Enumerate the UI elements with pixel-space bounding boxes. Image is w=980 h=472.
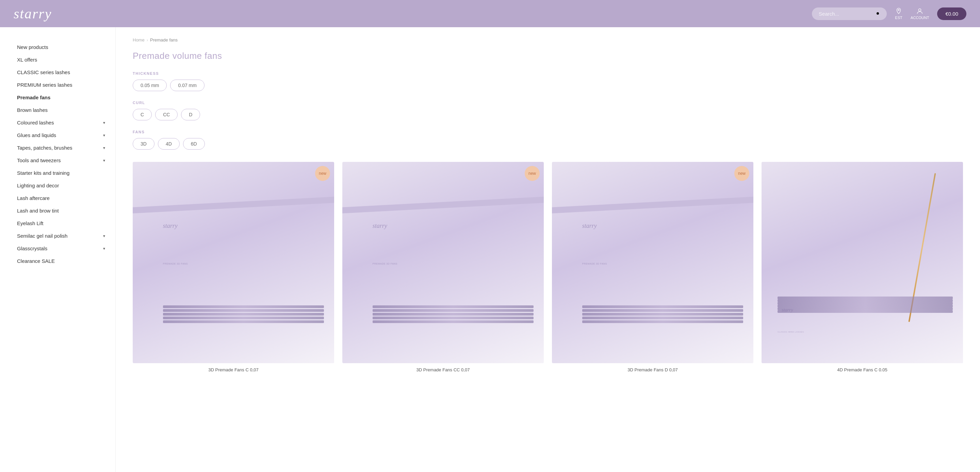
main-content: Home › Premade fans Premade volume fans … [116, 27, 980, 472]
chevron-down-icon: ▾ [103, 133, 105, 138]
account-icon-group[interactable]: ACCOUNT [911, 8, 929, 20]
sidebar-item-label: Glues and liquids [17, 132, 56, 138]
filter-option-3d[interactable]: 3D [133, 138, 154, 149]
svg-point-3 [919, 9, 921, 11]
sidebar-item-classic-series[interactable]: CLASSIC series lashes [17, 66, 105, 79]
new-badge: new [525, 166, 540, 181]
filter-option-0.05-mm[interactable]: 0.05 mm [133, 79, 167, 91]
cart-button[interactable]: €0.00 [937, 8, 966, 20]
product-card-p2[interactable]: starry PREMADE 3D FANS new3D Premade Fan… [342, 162, 544, 372]
product-image: starry PREMADE 3D FANS [552, 162, 753, 363]
sidebar-item-xl-offers[interactable]: XL offers [17, 53, 105, 66]
svg-line-1 [878, 14, 879, 15]
sidebar-item-semilac-gel[interactable]: Semilac gel nail polish▾ [17, 230, 105, 242]
page-title: Premade volume fans [133, 51, 963, 61]
sidebar-item-label: Lash aftercare [17, 195, 50, 201]
thickness-options: 0.05 mm0.07 mm [133, 79, 963, 91]
product-image-wrapper: starry PREMADE 3D FANS new [552, 162, 753, 363]
svg-point-2 [898, 10, 899, 11]
product-image: starry PREMADE 3D FANS [342, 162, 544, 363]
product-name: 4D Premade Fans C 0.05 [762, 367, 963, 372]
product-card-p3[interactable]: starry PREMADE 3D FANS new3D Premade Fan… [552, 162, 753, 372]
search-input[interactable] [819, 11, 873, 17]
logo[interactable]: starry [14, 5, 52, 22]
fans-filter: FANS 3D4D6D [133, 130, 963, 149]
fans-options: 3D4D6D [133, 138, 963, 149]
sidebar-item-coloured-lashes[interactable]: Coloured lashes▾ [17, 116, 105, 129]
sidebar-item-label: Glasscrystals [17, 246, 47, 251]
sidebar-item-label: Lighting and decor [17, 183, 59, 188]
product-name: 3D Premade Fans C 0,07 [133, 367, 334, 372]
breadcrumb: Home › Premade fans [133, 37, 963, 43]
filter-option-cc[interactable]: CC [155, 109, 178, 121]
sidebar-item-clearance-sale[interactable]: Clearance SALE [17, 255, 105, 267]
brand-watermark: starry [163, 222, 178, 230]
sidebar-item-premade-fans[interactable]: Premade fans [17, 91, 105, 104]
store-icon-group[interactable]: EST [895, 8, 902, 20]
location-icon [895, 8, 902, 15]
sidebar-item-label: Eyelash Lift [17, 220, 43, 226]
sidebar-item-label: New products [17, 44, 48, 50]
chevron-down-icon: ▾ [103, 234, 105, 238]
sidebar-item-label: Tools and tweezers [17, 157, 60, 163]
chevron-down-icon: ▾ [103, 121, 105, 125]
product-card-p1[interactable]: starry PREMADE 3D FANS new3D Premade Fan… [133, 162, 334, 372]
main-layout: New productsXL offersCLASSIC series lash… [0, 27, 980, 472]
filter-option-6d[interactable]: 6D [183, 138, 205, 149]
sidebar-item-starter-kits[interactable]: Starter kits and training [17, 167, 105, 179]
search-icon [876, 11, 880, 16]
sidebar-item-premium-series[interactable]: PREMIUM series lashes [17, 79, 105, 91]
sidebar-item-glasscrystals[interactable]: Glasscrystals▾ [17, 242, 105, 255]
product-image-wrapper: starry PREMADE 3D FANS new [342, 162, 544, 363]
sidebar-item-label: Tapes, patches, brushes [17, 145, 73, 151]
chevron-down-icon: ▾ [103, 246, 105, 251]
filter-option-0.07-mm[interactable]: 0.07 mm [170, 79, 204, 91]
store-label: EST [895, 16, 902, 20]
sidebar-item-label: Clearance SALE [17, 258, 55, 264]
breadcrumb-separator: › [147, 37, 148, 43]
curl-label: CURL [133, 101, 963, 105]
sidebar-item-label: Starter kits and training [17, 170, 69, 176]
product-image-wrapper: starry CLASSIC MINK LASHES [762, 162, 963, 363]
fans-label: FANS [133, 130, 963, 134]
filter-option-d[interactable]: D [181, 109, 200, 121]
filter-option-4d[interactable]: 4D [158, 138, 180, 149]
sidebar-item-label: Premade fans [17, 95, 50, 100]
sidebar-item-tapes-patches[interactable]: Tapes, patches, brushes▾ [17, 141, 105, 154]
brand-watermark: starry [582, 222, 597, 230]
breadcrumb-current: Premade fans [150, 37, 178, 43]
brand-watermark: starry [372, 222, 387, 230]
sidebar-item-lash-brow-tint[interactable]: Lash and brow tint [17, 204, 105, 217]
sidebar-item-brown-lashes[interactable]: Brown lashes [17, 104, 105, 116]
search-bar[interactable] [812, 8, 887, 20]
new-badge: new [734, 166, 749, 181]
account-icon [916, 8, 924, 15]
thickness-filter: THICKNESS 0.05 mm0.07 mm [133, 72, 963, 91]
sidebar-item-new-products[interactable]: New products [17, 41, 105, 53]
filter-option-c[interactable]: C [133, 109, 152, 121]
sidebar-item-label: Coloured lashes [17, 120, 54, 126]
product-card-p4[interactable]: starry CLASSIC MINK LASHES 4D Premade Fa… [762, 162, 963, 372]
sidebar-item-label: Semilac gel nail polish [17, 233, 67, 239]
sidebar-item-tools-tweezers[interactable]: Tools and tweezers▾ [17, 154, 105, 167]
product-image: starry PREMADE 3D FANS [133, 162, 334, 363]
product-grid: starry PREMADE 3D FANS new3D Premade Fan… [133, 162, 963, 372]
sidebar-item-lash-aftercare[interactable]: Lash aftercare [17, 192, 105, 204]
sidebar: New productsXL offersCLASSIC series lash… [0, 27, 116, 472]
sidebar-item-lighting-decor[interactable]: Lighting and decor [17, 179, 105, 192]
breadcrumb-home[interactable]: Home [133, 37, 145, 43]
product-name: 3D Premade Fans CC 0,07 [342, 367, 544, 372]
sidebar-item-label: Brown lashes [17, 107, 48, 113]
chevron-down-icon: ▾ [103, 158, 105, 163]
chevron-down-icon: ▾ [103, 146, 105, 150]
thickness-label: THICKNESS [133, 72, 963, 75]
sidebar-item-glues-liquids[interactable]: Glues and liquids▾ [17, 129, 105, 141]
sidebar-item-label: XL offers [17, 57, 37, 63]
sidebar-item-eyelash-lift[interactable]: Eyelash Lift [17, 217, 105, 230]
account-label: ACCOUNT [911, 16, 929, 20]
product-image-wrapper: starry PREMADE 3D FANS new [133, 162, 334, 363]
header-right: EST ACCOUNT €0.00 [812, 8, 966, 20]
new-badge: new [315, 166, 330, 181]
curl-options: CCCD [133, 109, 963, 121]
header: starry EST ACCOUNT €0.00 [0, 0, 980, 27]
